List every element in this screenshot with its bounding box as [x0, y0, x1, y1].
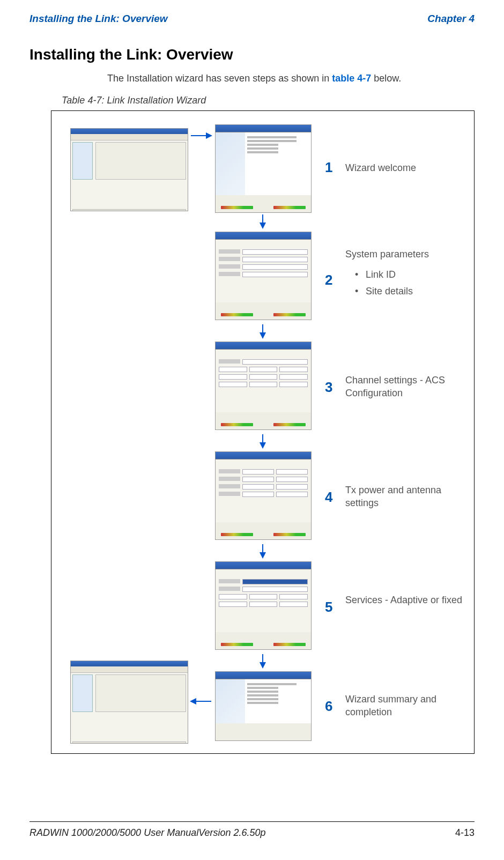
screenshot-step-1 [215, 124, 312, 213]
arrow-step5-to-step6 [262, 654, 263, 668]
step-number-3: 3 [325, 379, 332, 396]
screenshot-step-3 [215, 342, 312, 430]
arrow-step2-to-step3 [262, 324, 263, 338]
step-2-title: System parameters [345, 249, 429, 260]
footer-version: Version 2.6.50p [198, 827, 265, 838]
header-section-title: Installing the Link: Overview [29, 13, 168, 25]
step-number-6: 6 [325, 698, 332, 715]
page-header: Installing the Link: Overview Chapter 4 [29, 0, 475, 30]
step-label-3: Channel settings - ACS Configuration [345, 374, 471, 400]
step-label-5: Services - Adaptive or fixed [345, 594, 471, 606]
step-label-4: Tx power and antenna settings [345, 484, 471, 510]
arrow-start-to-step1 [191, 135, 211, 136]
screenshot-step-4 [215, 451, 312, 540]
screenshot-step-5 [215, 561, 312, 650]
step-number-4: 4 [325, 489, 332, 506]
screenshot-step-6 [215, 671, 312, 741]
intro-suffix: below. [371, 73, 401, 84]
step-label-2: System parameters Link ID Site details [345, 248, 471, 301]
footer-manual-version: RADWIN 1000/2000/5000 User ManualVersion… [29, 827, 266, 839]
page-footer: RADWIN 1000/2000/5000 User ManualVersion… [29, 821, 475, 839]
step-number-5: 5 [325, 599, 332, 616]
table-caption: Table 4-7: Link Installation Wizard [62, 95, 475, 106]
section-heading: Installing the Link: Overview [29, 46, 475, 63]
intro-paragraph: The Installation wizard has seven steps … [107, 73, 475, 84]
arrow-step6-to-end [191, 701, 211, 702]
footer-manual: RADWIN 1000/2000/5000 User Manual [29, 827, 198, 838]
screenshot-main-app-end [70, 661, 188, 744]
wizard-flow-diagram: 1 Wizard welcome 2 System parameters Lin… [51, 110, 475, 754]
step-2-bullet-2: Site details [355, 285, 471, 298]
step-label-6: Wizard summary and completion [345, 693, 471, 719]
arrow-step4-to-step5 [262, 544, 263, 558]
header-chapter: Chapter 4 [427, 13, 475, 25]
intro-prefix: The Installation wizard has seven steps … [107, 73, 332, 84]
step-number-2: 2 [325, 272, 332, 288]
arrow-step1-to-step2 [262, 214, 263, 228]
step-2-bullet-1: Link ID [355, 268, 471, 281]
table-link[interactable]: table 4-7 [332, 73, 371, 84]
step-number-1: 1 [325, 159, 332, 176]
step-label-1: Wizard welcome [345, 161, 471, 174]
arrow-step3-to-step4 [262, 434, 263, 448]
screenshot-step-2 [215, 232, 312, 320]
footer-page-number: 4-13 [455, 827, 475, 839]
screenshot-main-app-start [70, 128, 188, 211]
